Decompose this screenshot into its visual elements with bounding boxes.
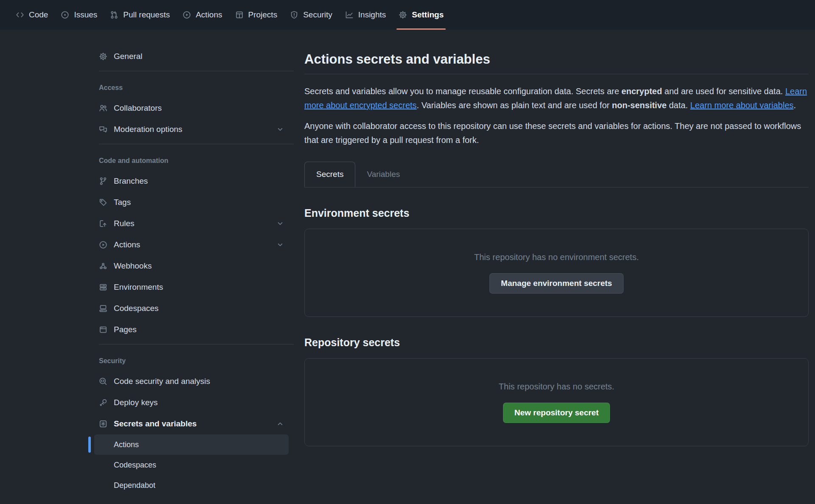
nav-tab-label: Security xyxy=(303,10,332,20)
play-circle-icon xyxy=(183,11,191,19)
sidebar-subitem-codespaces[interactable]: Codespaces xyxy=(94,455,289,475)
sidebar-item-label: Pages xyxy=(114,325,137,334)
sidebar-item-rules[interactable]: Rules xyxy=(88,213,294,234)
nav-tab-actions[interactable]: Actions xyxy=(176,0,228,30)
settings-layout: General Access Collaborators Moderation … xyxy=(0,30,815,496)
sidebar-subitem-label: Codespaces xyxy=(114,461,156,470)
sidebar-section-code-automation: Code and automation xyxy=(88,157,294,165)
chevron-down-icon xyxy=(276,125,284,134)
nav-tab-label: Actions xyxy=(196,10,222,20)
webhook-icon xyxy=(99,262,107,270)
repository-secrets-empty-box: This repository has no secrets. New repo… xyxy=(304,358,809,446)
sidebar-item-moderation-options[interactable]: Moderation options xyxy=(88,119,294,140)
nav-tab-label: Projects xyxy=(248,10,278,20)
sidebar-item-webhooks[interactable]: Webhooks xyxy=(88,255,294,277)
sidebar-item-environments[interactable]: Environments xyxy=(88,277,294,298)
repository-secrets-empty-text: This repository has no secrets. xyxy=(499,382,614,392)
nav-tab-code[interactable]: Code xyxy=(9,0,54,30)
manage-environment-secrets-button[interactable]: Manage environment secrets xyxy=(489,273,624,294)
intro-text: and are used for sensitive data. xyxy=(662,87,785,96)
chevron-down-icon xyxy=(276,241,284,249)
nav-tab-insights[interactable]: Insights xyxy=(339,0,392,30)
code-icon xyxy=(16,11,24,19)
sidebar-item-collaborators[interactable]: Collaborators xyxy=(88,98,294,119)
sidebar-item-label: Actions xyxy=(114,240,140,249)
sidebar-item-label: Collaborators xyxy=(114,104,162,113)
git-branch-icon xyxy=(99,177,107,185)
chevron-up-icon xyxy=(276,420,284,428)
sidebar-item-tags[interactable]: Tags xyxy=(88,192,294,213)
sidebar-divider xyxy=(99,71,294,71)
secrets-variables-tabnav: Secrets Variables xyxy=(304,162,809,188)
issue-opened-icon xyxy=(61,11,69,19)
sidebar-section-access: Access xyxy=(88,84,294,92)
project-table-icon xyxy=(235,11,244,19)
sidebar-item-code-security-analysis[interactable]: Code security and analysis xyxy=(88,371,294,392)
sidebar-item-label: Rules xyxy=(114,219,135,228)
intro-text: . Variables are shown as plain text and … xyxy=(417,101,612,110)
repository-secrets-heading: Repository secrets xyxy=(304,336,809,349)
repository-secrets-section: Repository secrets This repository has n… xyxy=(304,336,809,446)
tag-icon xyxy=(99,198,107,207)
repo-nav: Code Issues Pull requests Actions Projec… xyxy=(0,0,815,30)
nav-tab-security[interactable]: Security xyxy=(284,0,339,30)
new-repository-secret-button[interactable]: New repository secret xyxy=(503,403,610,423)
sidebar-item-label: Secrets and variables xyxy=(114,419,197,428)
comment-discussion-icon xyxy=(99,125,107,134)
tab-variables[interactable]: Variables xyxy=(355,162,411,187)
sidebar-item-label: Moderation options xyxy=(114,125,183,134)
sidebar-item-label: Webhooks xyxy=(114,261,152,271)
sidebar-item-actions[interactable]: Actions xyxy=(88,234,294,255)
nav-tab-label: Settings xyxy=(412,10,444,20)
sidebar-item-branches[interactable]: Branches xyxy=(88,171,294,192)
codespaces-icon xyxy=(99,304,107,313)
key-icon xyxy=(99,398,107,407)
server-icon xyxy=(99,283,107,291)
sidebar-item-label: Codespaces xyxy=(114,304,159,313)
collaborator-note-paragraph: Anyone with collaborator access to this … xyxy=(304,119,809,147)
nav-tab-pull-requests[interactable]: Pull requests xyxy=(104,0,176,30)
sidebar-item-general[interactable]: General xyxy=(88,46,294,67)
nav-tab-label: Pull requests xyxy=(123,10,170,20)
environment-secrets-empty-text: This repository has no environment secre… xyxy=(474,252,639,262)
intro-text: Secrets and variables allow you to manag… xyxy=(304,87,621,96)
sidebar-item-label: General xyxy=(114,52,143,61)
sidebar-item-deploy-keys[interactable]: Deploy keys xyxy=(88,392,294,413)
people-icon xyxy=(99,104,107,112)
play-circle-icon xyxy=(99,241,107,249)
sidebar-item-label: Deploy keys xyxy=(114,398,158,407)
intro-paragraph: Secrets and variables allow you to manag… xyxy=(304,84,809,112)
sidebar-subitem-dependabot[interactable]: Dependabot xyxy=(94,475,289,496)
page-title: Actions secrets and variables xyxy=(304,52,809,74)
tab-secrets[interactable]: Secrets xyxy=(304,162,355,187)
gear-icon xyxy=(99,52,107,61)
sidebar-section-security: Security xyxy=(88,357,294,365)
nav-tab-issues[interactable]: Issues xyxy=(54,0,104,30)
sidebar-item-label: Branches xyxy=(114,176,148,186)
intro-bold-non-sensitive: non-sensitive xyxy=(612,101,667,110)
sidebar-subitem-label: Actions xyxy=(114,440,139,449)
sidebar-divider xyxy=(99,144,294,144)
intro-bold-encrypted: encrypted xyxy=(621,87,662,96)
nav-tab-label: Insights xyxy=(358,10,386,20)
browser-icon xyxy=(99,325,107,334)
sidebar-item-pages[interactable]: Pages xyxy=(88,319,294,340)
sidebar-subitem-actions[interactable]: Actions xyxy=(94,434,289,455)
link-variables[interactable]: Learn more about variables xyxy=(690,101,793,110)
rules-icon xyxy=(99,219,107,228)
gear-icon xyxy=(399,11,407,19)
environment-secrets-empty-box: This repository has no environment secre… xyxy=(304,229,809,317)
asterisk-box-icon xyxy=(99,420,107,428)
nav-tab-settings[interactable]: Settings xyxy=(392,0,450,30)
intro-text: data. xyxy=(666,101,690,110)
sidebar-item-secrets-and-variables[interactable]: Secrets and variables xyxy=(88,413,294,434)
chevron-down-icon xyxy=(276,219,284,228)
nav-tab-label: Code xyxy=(29,10,48,20)
nav-tab-projects[interactable]: Projects xyxy=(229,0,284,30)
nav-tab-label: Issues xyxy=(74,10,97,20)
sidebar-item-codespaces[interactable]: Codespaces xyxy=(88,298,294,319)
settings-sidebar: General Access Collaborators Moderation … xyxy=(88,30,294,496)
sidebar-subitem-label: Dependabot xyxy=(114,481,155,490)
settings-content: Actions secrets and variables Secrets an… xyxy=(304,30,809,446)
sidebar-item-label: Environments xyxy=(114,283,163,292)
